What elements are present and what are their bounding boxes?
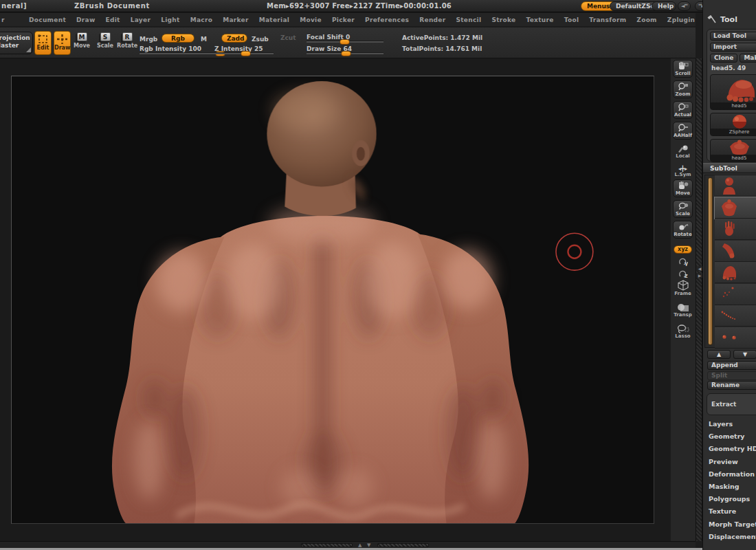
menu-layer[interactable]: Layer <box>131 16 151 23</box>
menu-edit[interactable]: Edit <box>106 16 120 23</box>
zbrush-document[interactable] <box>11 76 654 524</box>
rotate-tool-button[interactable]: R Rotate <box>117 32 137 49</box>
subtool-row-foot[interactable] <box>715 262 756 283</box>
clone-button[interactable]: Clone <box>710 54 737 63</box>
menu-document[interactable]: Document <box>29 16 66 23</box>
brush-cursor <box>556 233 593 270</box>
section-preview[interactable]: Preview <box>703 456 756 468</box>
draw-mode-button[interactable]: Draw <box>54 31 71 55</box>
section-masking[interactable]: Masking <box>703 481 756 493</box>
focal-shift-slider[interactable] <box>307 41 383 43</box>
append-button[interactable]: Append <box>707 361 756 370</box>
rename-button[interactable]: Rename <box>707 381 756 390</box>
menu-movie[interactable]: Movie <box>300 16 322 23</box>
tray-up-icon[interactable]: ▲ <box>358 542 362 548</box>
menu-draw[interactable]: Draw <box>76 16 96 23</box>
subtool-row-hand[interactable] <box>715 219 756 240</box>
section-layers[interactable]: Layers <box>703 418 756 430</box>
menu-light[interactable]: Light <box>161 16 179 23</box>
section-displacement[interactable]: Displacement <box>703 531 756 543</box>
subtool-scrollbar[interactable] <box>708 177 713 345</box>
subtool-row-torso[interactable] <box>715 197 756 219</box>
lasso-button[interactable]: Lasso <box>672 324 693 339</box>
zadd-button[interactable]: Zadd <box>221 34 247 43</box>
frame-button[interactable]: Frame <box>672 280 693 296</box>
focal-shift-knob[interactable] <box>340 39 350 45</box>
section-polygroups[interactable]: Polygroups <box>703 493 756 505</box>
move-nav-button[interactable]: Move <box>672 179 693 197</box>
rotate-z-button[interactable]: z <box>672 270 693 278</box>
menu-stencil[interactable]: Stencil <box>456 16 481 23</box>
menu-marker[interactable]: Marker <box>223 16 249 23</box>
mrgb-button[interactable]: Mrgb <box>140 36 157 43</box>
menu-tool[interactable]: Tool <box>564 16 579 23</box>
menu-macro[interactable]: Macro <box>190 16 213 23</box>
subtool-row-bust[interactable] <box>715 175 756 197</box>
lsym-button[interactable]: ◂╋▸ L.Sym <box>672 166 693 177</box>
current-tool-thumbnail[interactable]: head5 <box>710 74 756 110</box>
right-shelf: Scroll Zoom Actual AAHalf Local ◂╋▸ L.Sy… <box>671 58 696 541</box>
subtool-down-button[interactable]: ▼ <box>733 350 756 359</box>
load-tool-button[interactable]: Load Tool <box>710 32 756 41</box>
transp-button[interactable]: Transp <box>672 303 693 318</box>
rotate-y-button[interactable]: y <box>672 258 693 266</box>
section-deformation[interactable]: Deformation <box>703 468 756 481</box>
edit-mode-button[interactable]: Edit <box>34 31 52 55</box>
menu-picker[interactable]: Picker <box>332 16 355 23</box>
menu-stroke[interactable]: Stroke <box>491 16 515 23</box>
zsub-button[interactable]: Zsub <box>252 36 269 43</box>
subtool-row-specks[interactable] <box>715 284 756 305</box>
rgb-button[interactable]: Rgb <box>162 34 194 43</box>
tool-palette-header[interactable]: Tool <box>707 15 737 24</box>
divider-left-icon[interactable]: ◄'''' <box>678 1 691 11</box>
rotate-xyz-button[interactable]: xyz <box>674 245 692 254</box>
menu-render[interactable]: Render <box>419 16 445 23</box>
section-geometry-hd[interactable]: Geometry HD <box>703 443 756 455</box>
help-button[interactable]: Help <box>652 1 676 11</box>
draw-crosshair-icon <box>57 34 67 44</box>
section-texture[interactable]: Texture <box>703 505 756 518</box>
local-button[interactable]: Local <box>672 145 693 159</box>
extract-button[interactable]: Extract <box>711 401 756 408</box>
subtool-up-button[interactable]: ▲ <box>707 350 731 359</box>
make-button[interactable]: Make <box>740 54 756 63</box>
right-tray-divider[interactable]: ◀ ▶ <box>696 58 702 541</box>
section-morph-target[interactable]: Morph Target <box>703 518 756 531</box>
zoom-button[interactable]: Zoom <box>672 80 693 98</box>
rotate-nav-button[interactable]: Rotate <box>672 221 693 239</box>
m-button[interactable]: M <box>201 36 207 43</box>
menu-transform[interactable]: Transform <box>589 16 626 23</box>
subtool-section-header[interactable]: SubTool <box>703 163 756 173</box>
import-button[interactable]: Import <box>710 43 756 52</box>
menu-partial[interactable]: r <box>1 16 5 23</box>
scale-nav-button[interactable]: Scale <box>672 200 693 218</box>
bottom-tray-divider[interactable]: ▲ ▼ <box>0 541 696 548</box>
section-geometry[interactable]: Geometry <box>703 430 756 443</box>
subtool-row-arm[interactable] <box>715 241 756 262</box>
draw-size-slider[interactable] <box>307 52 383 54</box>
zcut-button[interactable]: Zcut <box>280 34 296 41</box>
z-intensity-slider[interactable] <box>213 52 274 54</box>
actual-button[interactable]: Actual <box>672 101 693 119</box>
projection-master-button[interactable]: Projection Master <box>0 32 33 54</box>
svg-text:y: y <box>685 261 688 266</box>
move-tool-button[interactable]: M Move <box>71 32 92 49</box>
subtool-reorder: ▲ ▼ <box>707 350 756 359</box>
z-intensity-knob[interactable] <box>241 51 251 56</box>
menu-zoom[interactable]: Zoom <box>636 16 656 23</box>
aahalf-button[interactable]: AAHalf <box>672 122 693 140</box>
fold-corner-icon <box>26 47 31 52</box>
canvas-area[interactable] <box>0 58 696 541</box>
menu-zplugin[interactable]: Zplugin <box>667 16 696 23</box>
subtool-row-teeth[interactable] <box>715 305 756 327</box>
menu-texture[interactable]: Texture <box>526 16 553 23</box>
head5-thumbnail[interactable]: head5 <box>710 139 756 162</box>
scale-tool-button[interactable]: S Scale <box>95 32 115 49</box>
subtool-row-eyes[interactable] <box>715 327 756 349</box>
zsphere-thumbnail[interactable]: ZSphere <box>710 113 756 136</box>
tray-down-icon[interactable]: ▼ <box>367 542 370 548</box>
draw-size-knob[interactable] <box>341 51 351 56</box>
menu-material[interactable]: Material <box>259 16 290 23</box>
scroll-button[interactable]: Scroll <box>672 60 693 78</box>
menu-preferences[interactable]: Preferences <box>365 16 409 23</box>
